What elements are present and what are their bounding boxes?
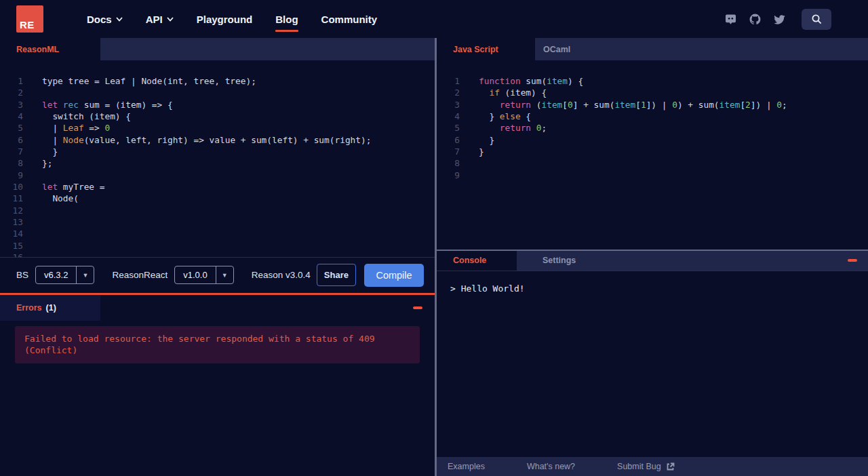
code-line: 7 } (0, 146, 435, 157)
playground-footer: Examples What's new? Submit Bug (437, 457, 868, 476)
footer-link-label: Submit Bug (617, 462, 661, 471)
bs-label: BS (16, 270, 28, 280)
code-text: function sum(item) { (479, 75, 583, 87)
line-number: 7 (0, 146, 23, 157)
tab-label: Settings (542, 256, 576, 265)
errors-count-badge: (1) (46, 303, 56, 313)
reason-version-text: Reason v3.0.4 (252, 270, 311, 280)
right-tabbar: Java Script OCaml (437, 38, 868, 60)
caret-down-icon: ▼ (216, 266, 233, 283)
right-panel: Java Script OCaml 1function sum(item) {2… (437, 38, 868, 476)
line-number: 2 (437, 87, 460, 98)
code-text: let myTree = (42, 181, 104, 193)
console-output: > Hello World! (437, 271, 868, 458)
tab-reasonml[interactable]: ReasonML (0, 38, 100, 60)
line-number: 1 (437, 75, 460, 87)
compile-button[interactable]: Compile (364, 264, 424, 287)
minimize-console-icon[interactable] (848, 259, 857, 262)
code-text: return (item[0] + sum(item[1]) | 0) + su… (479, 99, 787, 111)
line-number: 5 (0, 122, 23, 134)
bs-version-dropdown[interactable]: v6.3.2 ▼ (35, 266, 94, 284)
nav-item-community[interactable]: Community (321, 9, 378, 29)
nav-item-label: Blog (275, 14, 298, 25)
line-number: 1 (0, 75, 23, 87)
nav-item-api[interactable]: API (146, 9, 174, 29)
console-output-line: > Hello World! (450, 283, 525, 294)
code-line: 7} (437, 146, 868, 157)
whats-new-link[interactable]: What's new? (527, 462, 575, 471)
nav-item-label: Docs (87, 14, 112, 25)
javascript-output-editor[interactable]: 1function sum(item) {2 if (item) {3 retu… (437, 60, 868, 250)
twitter-icon[interactable] (773, 13, 786, 26)
line-number: 15 (0, 240, 23, 252)
line-number: 11 (0, 193, 23, 204)
errors-panel: Errors (1) Failed to load resource: the … (0, 295, 435, 476)
tab-console[interactable]: Console (437, 251, 517, 271)
code-text: return 0; (479, 122, 547, 134)
left-toolbar: BS v6.3.2 ▼ ReasonReact v1.0.0 ▼ Reason … (0, 257, 435, 293)
code-line: 15 (0, 240, 435, 252)
share-button[interactable]: Share (317, 264, 356, 286)
chevron-down-icon (167, 17, 174, 22)
code-line: 16 (0, 252, 435, 257)
tab-label: Console (453, 256, 486, 265)
line-number: 5 (437, 122, 460, 134)
code-line: 1function sum(item) { (437, 75, 868, 87)
line-number: 9 (0, 170, 23, 181)
reason-logo[interactable]: RE (16, 5, 43, 33)
footer-link-label: What's new? (527, 462, 575, 471)
line-number: 4 (0, 111, 23, 122)
errors-title: Errors (16, 303, 42, 313)
reasonreact-label: ReasonReact (112, 270, 167, 280)
tab-settings[interactable]: Settings (517, 251, 576, 271)
console-tabbar: Console Settings (437, 251, 868, 271)
code-line: 4 switch (item) { (0, 111, 435, 122)
reason-code-editor[interactable]: 1type tree = Leaf | Node(int, tree, tree… (0, 60, 435, 257)
code-line: 1type tree = Leaf | Node(int, tree, tree… (0, 75, 435, 87)
code-text: type tree = Leaf | Node(int, tree, tree)… (42, 75, 256, 87)
error-message-line: Failed to load resource: the server resp… (24, 333, 410, 345)
error-message: Failed to load resource: the server resp… (15, 326, 420, 363)
reason-logo-text: RE (20, 19, 35, 31)
line-number: 3 (0, 99, 23, 111)
left-panel: ReasonML 1type tree = Leaf | Node(int, t… (0, 38, 435, 476)
line-number: 3 (437, 99, 460, 111)
line-number: 6 (437, 134, 460, 146)
submit-bug-link[interactable]: Submit Bug (617, 462, 675, 471)
top-nav: RE Docs API Playground Blog Community (0, 0, 868, 38)
tab-errors[interactable]: Errors (1) (0, 295, 100, 321)
code-line: 2 (0, 87, 435, 98)
line-number: 14 (0, 228, 23, 239)
examples-link[interactable]: Examples (448, 462, 485, 471)
tab-ocaml[interactable]: OCaml (535, 38, 570, 60)
tab-javascript[interactable]: Java Script (437, 38, 535, 60)
github-icon[interactable] (749, 13, 762, 26)
minimize-errors-icon[interactable] (413, 306, 422, 309)
reasonreact-version-dropdown[interactable]: v1.0.0 ▼ (174, 266, 233, 284)
code-line: 6 } (437, 134, 868, 146)
nav-item-blog[interactable]: Blog (275, 9, 298, 29)
code-line: 14 (0, 228, 435, 239)
code-text: } (42, 146, 58, 157)
bs-version-value: v6.3.2 (36, 266, 76, 283)
line-number: 8 (0, 157, 23, 169)
tab-label: OCaml (543, 45, 570, 54)
nav-item-playground[interactable]: Playground (197, 9, 253, 29)
code-line: 9 (0, 170, 435, 181)
footer-link-label: Examples (448, 462, 485, 471)
chevron-down-icon (116, 17, 123, 22)
code-line: 8 (437, 157, 868, 169)
code-text: } else { (479, 111, 531, 122)
code-line: 13 (0, 216, 435, 228)
nav-item-docs[interactable]: Docs (87, 9, 123, 29)
code-line: 2 if (item) { (437, 87, 868, 98)
search-button[interactable] (802, 9, 831, 30)
errors-header: Errors (1) (0, 295, 435, 321)
code-line: 11 Node( (0, 193, 435, 204)
code-text: let rec sum = (item) => { (42, 99, 173, 111)
reasonreact-version-value: v1.0.0 (175, 266, 215, 283)
discord-icon[interactable] (724, 13, 737, 26)
code-line: 12 (0, 205, 435, 216)
code-line: 9 (437, 170, 868, 181)
line-number: 10 (0, 181, 23, 193)
